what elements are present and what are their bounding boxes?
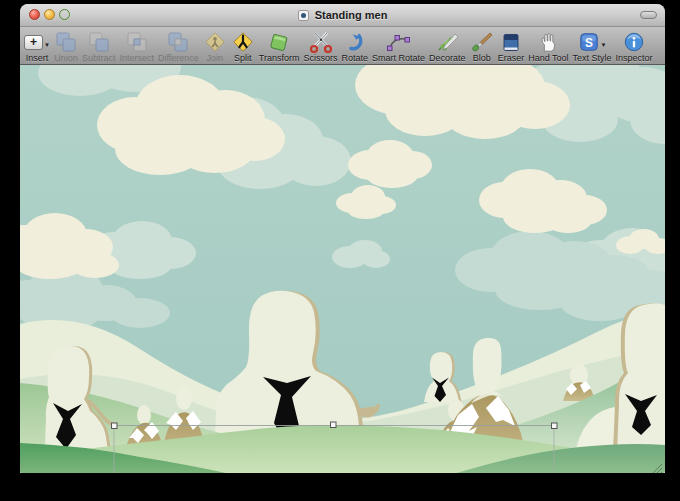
toolbar-item-label: Decorate bbox=[429, 53, 466, 63]
toolbar-item-difference: Difference bbox=[156, 29, 201, 63]
toolbar: +▼ Insert Union Subtract Intersect bbox=[20, 27, 665, 65]
toolbar-item-join: Join bbox=[201, 29, 229, 63]
toolbar-item-label: Rotate bbox=[342, 53, 369, 63]
toolbar-item-label: Transform bbox=[259, 53, 300, 63]
svg-text:S: S bbox=[585, 36, 593, 50]
toolbar-item-label: Join bbox=[207, 53, 224, 63]
toolbar-item-label: Text Style bbox=[573, 53, 612, 63]
toolbar-item-eraser[interactable]: Eraser bbox=[496, 29, 527, 63]
decorate-branch-icon bbox=[435, 31, 459, 53]
toolbar-item-label: Union bbox=[54, 53, 78, 63]
toolbar-item-label: Intersect bbox=[119, 53, 154, 63]
toolbar-item-label: Eraser bbox=[498, 53, 525, 63]
eraser-icon bbox=[499, 31, 523, 53]
toolbar-item-split[interactable]: Split bbox=[229, 29, 257, 63]
scissors-icon bbox=[308, 31, 334, 53]
toolbar-item-inspector[interactable]: Inspector bbox=[614, 29, 655, 63]
text-style-icon: S bbox=[578, 31, 600, 53]
paintbrush-icon bbox=[470, 31, 494, 53]
boolean-union-icon bbox=[54, 31, 78, 53]
document-proxy-icon bbox=[298, 10, 309, 21]
toolbar-item-insert[interactable]: +▼ Insert bbox=[22, 29, 52, 63]
boolean-subtract-icon bbox=[87, 31, 111, 53]
toolbar-item-label: Subtract bbox=[82, 53, 116, 63]
boolean-intersect-icon bbox=[125, 31, 149, 53]
toolbar-item-blob[interactable]: Blob bbox=[468, 29, 496, 63]
toolbar-item-label: Hand Tool bbox=[528, 53, 568, 63]
selection-handle[interactable] bbox=[112, 423, 118, 429]
toolbar-item-label: Difference bbox=[158, 53, 199, 63]
app-window: Standing men +▼ Insert Union Subtract bbox=[20, 4, 665, 473]
toolbar-item-decorate[interactable]: Decorate bbox=[427, 29, 468, 63]
chevron-down-icon: ▼ bbox=[601, 42, 607, 48]
window-title: Standing men bbox=[315, 9, 388, 21]
plus-insert-icon: +▼ bbox=[24, 35, 50, 50]
toolbar-item-scissors[interactable]: Scissors bbox=[302, 29, 340, 63]
transform-shape-icon bbox=[267, 31, 291, 53]
toolbar-item-smart-rotate[interactable]: Smart Rotate bbox=[370, 29, 427, 63]
toolbar-item-label: Insert bbox=[26, 53, 49, 63]
toolbar-item-label: Smart Rotate bbox=[372, 53, 425, 63]
document-canvas[interactable] bbox=[20, 65, 665, 473]
toolbar-item-intersect: Intersect bbox=[117, 29, 156, 63]
artwork[interactable] bbox=[20, 65, 665, 473]
toolbar-item-label: Scissors bbox=[304, 53, 338, 63]
selection-handle[interactable] bbox=[552, 423, 558, 429]
minimize-button[interactable] bbox=[44, 9, 55, 20]
toolbar-item-union: Union bbox=[52, 29, 80, 63]
toolbar-item-text-style[interactable]: S ▼ Text Style bbox=[571, 29, 614, 63]
close-button[interactable] bbox=[29, 9, 40, 20]
toolbar-toggle-button[interactable] bbox=[640, 11, 657, 19]
smart-rotate-icon bbox=[386, 31, 412, 53]
boolean-difference-icon bbox=[166, 31, 190, 53]
toolbar-item-rotate[interactable]: Rotate bbox=[340, 29, 371, 63]
zoom-button[interactable] bbox=[59, 9, 70, 20]
rotate-arrow-icon bbox=[343, 31, 367, 53]
join-diamond-icon bbox=[203, 31, 227, 53]
toolbar-item-label: Split bbox=[234, 53, 252, 63]
split-diamond-icon bbox=[231, 31, 255, 53]
selection-handle[interactable] bbox=[331, 422, 337, 428]
toolbar-item-transform[interactable]: Transform bbox=[257, 29, 302, 63]
toolbar-item-subtract: Subtract bbox=[80, 29, 118, 63]
toolbar-item-label: Inspector bbox=[616, 53, 653, 63]
toolbar-item-hand-tool[interactable]: Hand Tool bbox=[526, 29, 570, 63]
inspector-info-icon bbox=[622, 31, 646, 53]
toolbar-item-label: Blob bbox=[473, 53, 491, 63]
hand-icon bbox=[536, 31, 560, 53]
title-bar[interactable]: Standing men bbox=[20, 4, 665, 27]
